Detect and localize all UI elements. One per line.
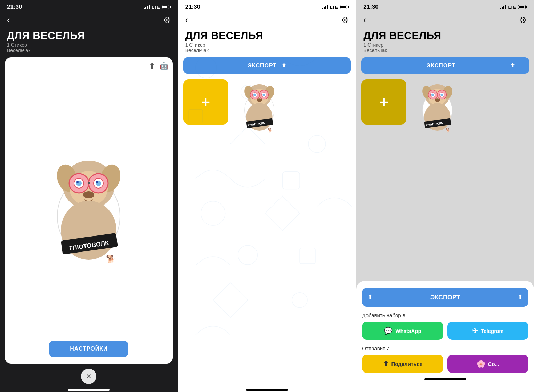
photos-button-3[interactable]: 🌸 Co... [447, 355, 528, 373]
photos-icon-3: 🌸 [477, 360, 485, 368]
share-icon-3-top: ⬆ [510, 62, 515, 69]
share-icon-3-big-right: ⬆ [518, 294, 523, 301]
telegram-button-3[interactable]: ✈ Telegram [447, 322, 528, 340]
home-indicator-3 [424, 378, 466, 380]
sticker-card-1: ⬆ 🤖 [5, 57, 173, 364]
share-button-3[interactable]: ⬆ Поделиться [362, 355, 443, 373]
back-button-1[interactable]: ‹ [7, 15, 10, 25]
home-indicator-1 [68, 389, 110, 391]
svg-point-35 [253, 94, 256, 96]
svg-rect-13 [88, 182, 90, 184]
signal-icon-3 [500, 5, 506, 9]
phone-screen-1: 21:30 LTE ‹ ⚙ для веселья 1 Стикер Весел… [0, 0, 178, 392]
share-row-3: ⬆ Поделиться 🌸 Co... [362, 355, 528, 373]
settings-button-3[interactable]: ⚙ [519, 15, 527, 25]
status-bar-1: 21:30 LTE [0, 0, 178, 12]
export-button-3-big[interactable]: ⬆ ЭКСПОРТ ⬆ [362, 288, 528, 307]
whatsapp-icon-3: 💬 [384, 327, 393, 335]
svg-point-55 [435, 98, 440, 102]
add-sticker-box-2[interactable]: + [183, 79, 228, 125]
status-time-1: 21:30 [7, 3, 22, 10]
status-bar-3: 21:30 LTE [356, 0, 534, 12]
phone-3-content: 21:30 LTE ‹ ⚙ для веселья [356, 0, 534, 392]
svg-point-39 [257, 98, 262, 102]
back-button-2[interactable]: ‹ [185, 15, 188, 25]
signal-icon-2 [322, 5, 328, 9]
robot-icon-1[interactable]: 🤖 [159, 62, 169, 71]
battery-icon-3 [518, 5, 527, 9]
svg-text:🐕: 🐕 [106, 254, 116, 264]
page-title-1: для веселья [7, 30, 171, 41]
settings-button-2[interactable]: ⚙ [341, 15, 349, 25]
svg-point-54 [441, 94, 444, 96]
home-indicator-2 [246, 389, 288, 391]
phone-screen-3: 21:30 LTE ‹ ⚙ для веселья [356, 0, 534, 392]
export-button-3-top[interactable]: ЭКСПОРТ ⬆ [361, 57, 529, 74]
p3-top-content: 21:30 LTE ‹ ⚙ для веселья [356, 0, 534, 131]
card-icons-1: ⬆ 🤖 [9, 62, 169, 71]
sticker-count-2: 1 Стикер Весельчак [185, 42, 349, 53]
sticker-count-1: 1 Стикер Весельчак [7, 42, 171, 53]
status-icons-2: LTE [322, 5, 349, 10]
status-icons-1: LTE [144, 5, 171, 10]
status-time-3: 21:30 [363, 3, 378, 10]
page-title-2: для веселья [185, 30, 349, 41]
telegram-icon-3: ✈ [472, 327, 478, 335]
title-area-2: для веселья 1 Стикер Весельчак [178, 28, 356, 57]
settings-btn-1[interactable]: НАСТРОЙКИ [49, 341, 128, 357]
apps-row-3: 💬 WhatsApp ✈ Telegram [362, 322, 528, 340]
phone-screen-2: 21:30 LTE ‹ ⚙ для веселья 1 Стикер Весел… [178, 0, 356, 392]
close-area-1: ✕ [0, 364, 178, 386]
svg-point-12 [96, 181, 98, 183]
sticker-thumbnail-2: ГЛЮТОВОЛК 🐕 [233, 79, 285, 131]
title-area-1: для веселья 1 Стикер Весельчак [0, 28, 178, 57]
battery-icon-1 [162, 5, 171, 9]
battery-icon-2 [340, 5, 349, 9]
settings-button-1[interactable]: ⚙ [163, 15, 171, 25]
add-sticker-box-3[interactable]: + [361, 79, 406, 125]
svg-text:🐕: 🐕 [446, 128, 450, 133]
dog-sticker-svg-1: ГЛЮТОВОЛК 🐕 [50, 147, 127, 265]
whatsapp-button-3[interactable]: 💬 WhatsApp [362, 322, 443, 340]
share-icon-btn-3: ⬆ [383, 360, 389, 368]
nav-bar-1: ‹ ⚙ [0, 12, 178, 28]
sticker-row-2: + ГЛЮТОВОЛК 🐕 [178, 79, 356, 131]
export-panel-3: ⬆ ЭКСПОРТ ⬆ Добавить набор в: 💬 WhatsApp… [356, 281, 534, 392]
status-icons-3: LTE [500, 5, 527, 10]
sticker-display-1: ГЛЮТОВОЛК 🐕 [9, 73, 169, 338]
nav-bar-3: ‹ ⚙ [356, 12, 534, 28]
title-area-3: для веселья 1 Стикер Весельчак [356, 28, 534, 57]
back-button-3[interactable]: ‹ [363, 15, 366, 25]
page-title-3: для веселья [363, 30, 527, 41]
status-bar-2: 21:30 LTE [178, 0, 356, 12]
share-icon-2: ⬆ [282, 63, 286, 69]
svg-point-14 [83, 191, 94, 198]
signal-icon-1 [144, 5, 150, 9]
status-time-2: 21:30 [185, 3, 200, 10]
upload-icon-1[interactable]: ⬆ [149, 62, 155, 71]
export-button-2[interactable]: ЭКСПОРТ ⬆ [183, 57, 351, 74]
svg-point-51 [431, 94, 434, 96]
svg-point-8 [76, 181, 79, 183]
sticker-thumbnail-3: ГЛЮТОВОЛК 🐕 [411, 79, 463, 131]
close-button-1[interactable]: ✕ [81, 369, 96, 384]
share-icon-3-big: ⬆ [367, 294, 373, 301]
lte-label-2: LTE [330, 5, 338, 10]
sticker-row-3: + [356, 79, 534, 131]
sticker-count-3: 1 Стикер Весельчак [363, 42, 527, 53]
nav-bar-2: ‹ ⚙ [178, 12, 356, 28]
send-label-3: Отправить: [362, 345, 528, 351]
lte-label-1: LTE [152, 5, 160, 10]
svg-point-38 [262, 94, 265, 96]
add-to-label-3: Добавить набор в: [362, 312, 528, 318]
lte-label-3: LTE [508, 5, 516, 10]
